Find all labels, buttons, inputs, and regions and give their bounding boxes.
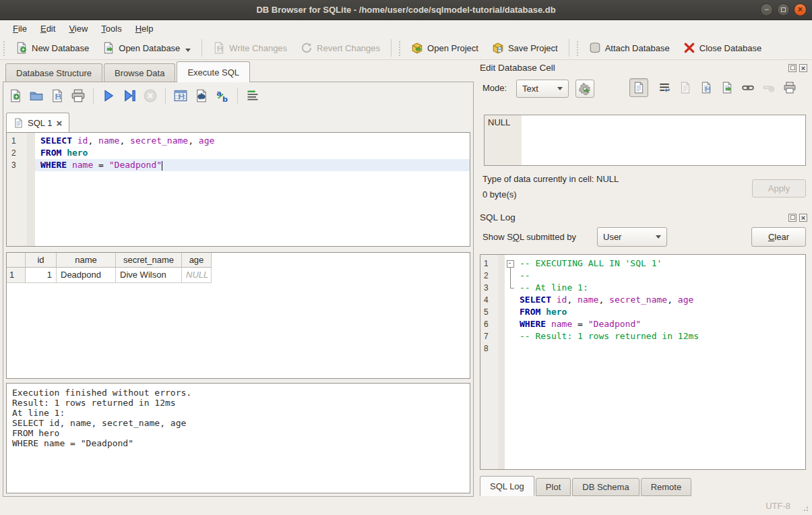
column-header[interactable]: secret_name — [116, 253, 182, 268]
stop-execution-icon[interactable] — [144, 89, 157, 102]
code-line: 2FROM hero — [7, 147, 470, 159]
mode-label: Mode: — [482, 83, 507, 93]
open-sql-file-icon[interactable] — [30, 89, 43, 102]
close-button[interactable]: × — [794, 3, 807, 16]
column-header[interactable]: age — [182, 253, 212, 268]
apply-button[interactable]: Apply — [752, 179, 806, 198]
gutter-margin — [498, 342, 505, 355]
open-in-external-icon[interactable] — [742, 82, 754, 94]
code-text: WHERE name = "Deadpond" — [516, 318, 805, 330]
open-database-icon — [102, 42, 115, 54]
gutter-margin — [498, 318, 505, 330]
fold-marker-icon[interactable] — [505, 258, 516, 270]
code-line: 3WHERE name = "Deadpond" — [7, 159, 470, 171]
sql-tab-close-icon[interactable]: × — [56, 118, 62, 128]
auto-apply-button[interactable] — [575, 80, 594, 98]
code-line: 1SELECT id, name, secret_name, age — [7, 135, 470, 147]
find-icon[interactable] — [195, 89, 208, 102]
column-header[interactable]: id — [26, 253, 57, 268]
set-null-icon[interactable] — [763, 82, 775, 94]
text-mode-toggle[interactable] — [629, 78, 648, 97]
minimize-button[interactable]: − — [760, 3, 773, 16]
gutter-margin — [498, 294, 505, 306]
tab-remote[interactable]: Remote — [641, 478, 692, 496]
open-database-dropdown-icon[interactable] — [185, 49, 191, 52]
line-number: 6 — [480, 318, 498, 330]
mode-select[interactable]: Text — [516, 80, 569, 98]
find-replace-icon[interactable] — [216, 89, 229, 102]
tab-sql-log[interactable]: SQL Log — [480, 476, 534, 496]
open-database-button[interactable]: Open Database — [96, 39, 197, 57]
write-changes-button[interactable]: Write Changes — [206, 39, 294, 57]
menu-view[interactable]: View — [63, 22, 94, 35]
export-results-icon[interactable] — [174, 89, 187, 102]
table-cell[interactable]: NULL — [182, 268, 212, 283]
format-sql-icon[interactable] — [246, 89, 259, 102]
new-database-icon — [15, 42, 28, 54]
maximize-icon — [781, 7, 786, 12]
toolbar-drag-handle[interactable] — [575, 40, 580, 56]
open-project-button[interactable]: Open Project — [404, 39, 485, 57]
gutter-margin — [498, 258, 505, 270]
tab-db-schema[interactable]: DB Schema — [572, 478, 639, 496]
print-sql-icon[interactable] — [71, 89, 85, 102]
sql-log-float-icon[interactable] — [788, 214, 797, 222]
code-line: 7-- Result: 1 rows returned in 12ms — [480, 330, 805, 342]
tab-plot[interactable]: Plot — [536, 478, 571, 496]
save-data-icon[interactable] — [700, 82, 712, 94]
export-data-icon[interactable] — [721, 82, 733, 94]
gear-icon — [579, 83, 591, 95]
toolbar-drag-handle[interactable] — [2, 40, 7, 56]
table-cell[interactable]: Dive Wilson — [116, 268, 182, 283]
menu-edit[interactable]: Edit — [34, 22, 61, 35]
sql-log-close-icon[interactable] — [799, 214, 807, 222]
sql-editor[interactable]: 1SELECT id, name, secret_name, age2FROM … — [6, 132, 470, 247]
table-cell[interactable]: 1 — [26, 268, 57, 283]
menu-tools[interactable]: Tools — [95, 22, 127, 35]
clear-log-button[interactable]: Clear — [751, 227, 806, 247]
table-corner[interactable] — [7, 253, 26, 268]
tab-browse-data[interactable]: Browse Data — [104, 63, 175, 82]
cell-edit-icons — [629, 78, 796, 97]
chevron-down-icon — [656, 235, 661, 239]
tab-database-structure[interactable]: Database Structure — [5, 63, 102, 82]
close-database-button[interactable]: Close Database — [677, 39, 769, 57]
table-row: 11DeadpondDive WilsonNULL — [7, 268, 470, 283]
print-cell-icon[interactable] — [784, 82, 796, 94]
toolbar-separator — [93, 88, 94, 104]
table-cell[interactable]: Deadpond — [57, 268, 116, 283]
log-filter-select[interactable]: User — [597, 227, 667, 247]
save-project-button[interactable]: Save Project — [485, 39, 565, 57]
close-database-icon — [683, 42, 695, 54]
resize-grip[interactable] — [801, 504, 809, 512]
save-sql-file-icon[interactable] — [51, 89, 64, 102]
toolbar-drag-handle[interactable] — [398, 40, 402, 56]
line-number: 4 — [480, 294, 498, 306]
menu-help[interactable]: Help — [129, 22, 160, 35]
column-header[interactable]: name — [57, 253, 116, 268]
toolbar-separator — [165, 88, 166, 104]
title-bar[interactable]: DB Browser for SQLite - /home/user/code/… — [0, 0, 812, 20]
execution-message: Execution finished without errors. Resul… — [6, 383, 470, 493]
code-text: WHERE name = "Deadpond" — [35, 159, 470, 171]
line-number: 2 — [7, 147, 27, 159]
new-database-button[interactable]: New Database — [9, 39, 96, 57]
menu-file[interactable]: File — [7, 22, 33, 35]
new-sql-tab-icon[interactable] — [9, 89, 22, 102]
tab-execute-sql[interactable]: Execute SQL — [177, 61, 250, 82]
attach-database-button[interactable]: Attach Database — [582, 39, 677, 57]
log-filter-label: Show SQL submitted by — [482, 232, 576, 242]
import-data-icon[interactable] — [679, 82, 691, 94]
execute-current-line-icon[interactable] — [123, 89, 136, 102]
edit-cell-close-icon[interactable] — [799, 64, 807, 72]
maximize-button[interactable] — [777, 3, 790, 16]
word-wrap-icon[interactable] — [658, 82, 670, 94]
execute-all-icon[interactable] — [102, 89, 115, 102]
sql-editor-tab[interactable]: SQL 1 × — [6, 113, 69, 133]
sql-document-icon — [13, 118, 24, 128]
edit-cell-float-icon[interactable] — [788, 64, 797, 72]
row-header[interactable]: 1 — [7, 268, 26, 283]
revert-changes-button[interactable]: Revert Changes — [294, 39, 387, 57]
cell-value-editor[interactable]: NULL — [484, 115, 806, 166]
sql-editor-tab-label: SQL 1 — [28, 118, 52, 128]
